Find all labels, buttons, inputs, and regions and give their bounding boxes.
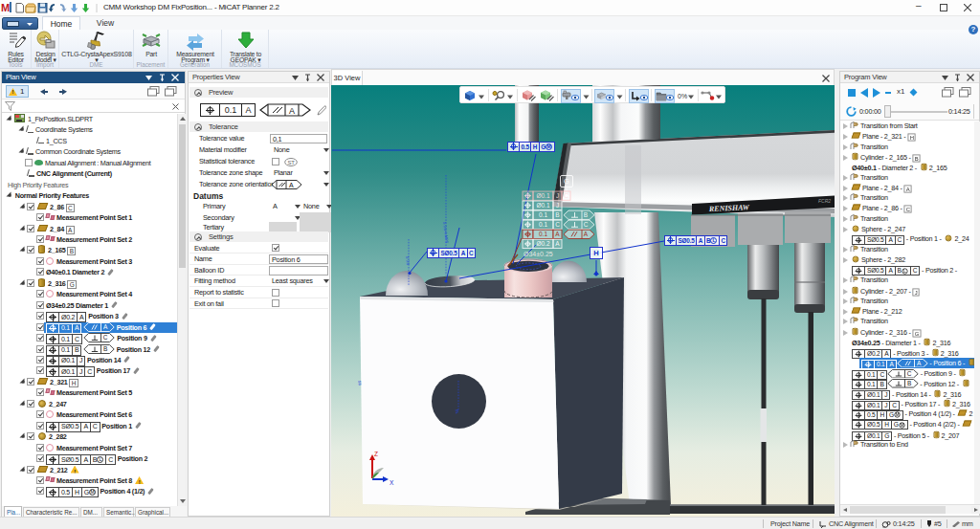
svg-text:B: B (584, 211, 588, 218)
svg-text:C: C (555, 221, 560, 228)
svg-text:B: B (555, 211, 559, 218)
svg-text:J: J (556, 201, 559, 208)
svg-text:A: A (584, 231, 589, 237)
svg-text:A: A (555, 231, 560, 237)
svg-text:B: B (907, 380, 911, 386)
svg-text:Ø0.2: Ø0.2 (536, 240, 549, 247)
svg-text:A: A (289, 106, 295, 116)
svg-text:ST: ST (288, 160, 296, 165)
svg-text:A: A (289, 182, 294, 188)
svg-text:C: C (564, 191, 568, 198)
svg-text:C: C (584, 221, 589, 228)
svg-text:Ø34±0.25: Ø34±0.25 (523, 251, 553, 257)
svg-text:C: C (103, 334, 108, 341)
svg-text:0.1: 0.1 (539, 221, 547, 228)
svg-text:C: C (907, 369, 912, 376)
svg-text:Ø0.1: Ø0.1 (536, 191, 549, 198)
svg-text:J: J (556, 191, 559, 198)
svg-text:Ø0.1: Ø0.1 (536, 201, 549, 208)
svg-text:A: A (555, 240, 560, 247)
svg-text:B: B (103, 345, 107, 352)
svg-text:0.1: 0.1 (539, 231, 547, 237)
svg-text:0.1: 0.1 (539, 211, 547, 218)
